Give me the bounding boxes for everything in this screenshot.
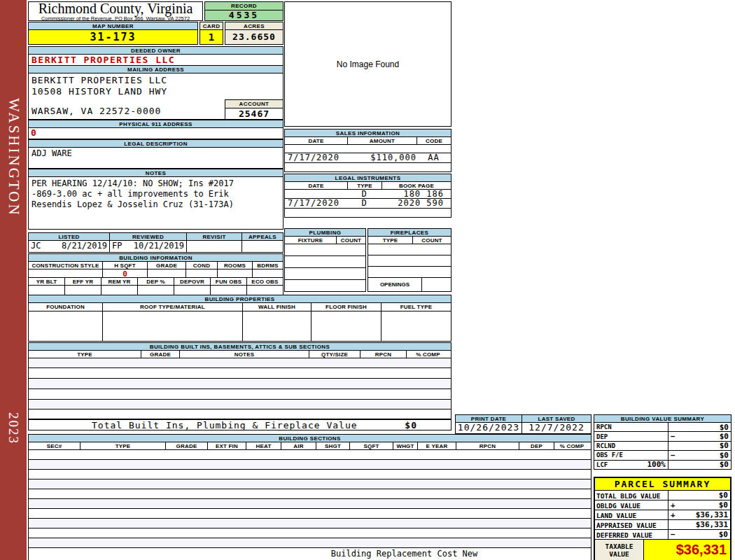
section-row [28, 509, 592, 519]
taxable-label-line2: VALUE [609, 550, 629, 558]
sales-information-header: SALES INFORMATION [284, 129, 451, 137]
hsqft-header: H SQFT [102, 262, 147, 269]
property-photo-placeholder: No Image Found [284, 1, 451, 127]
appeals-value [241, 241, 283, 252]
fuel-type-value [381, 312, 451, 341]
built-ins-total-value: $0 [405, 420, 451, 430]
bvs-value: $0 [720, 432, 729, 441]
sidebar-year-label: 2023 [3, 400, 24, 456]
physical-address-header: PHYSICAL 911 ADDRESS [28, 120, 284, 128]
legal-instruments-section: LEGAL INSTRUMENTS DATE TYPE BOOK PAGE D … [284, 174, 451, 218]
last-saved-header: LAST SAVED [522, 415, 591, 422]
parcel-summary-header: PARCEL SUMMARY [595, 478, 730, 491]
mailing-address-box: BERKITT PROPERTIES LLC 10508 HISTORY LAN… [28, 74, 284, 120]
sales-information-section: SALES INFORMATION DATE AMOUNT CODE 7/17/… [284, 129, 451, 172]
parcel-label: LAND VALUE [595, 510, 668, 519]
sales-code-header: CODE [416, 137, 451, 144]
physical-address-value: 0 [28, 128, 284, 139]
section-row [28, 450, 592, 460]
building-information-section: BUILDING INFORMATION CONSTRUCTION STYLE … [28, 253, 284, 295]
grade-header: GRADE [147, 262, 186, 269]
reviewed-header: REVIEWED [109, 233, 186, 240]
yrblt-header: YR BLT [29, 278, 64, 285]
parcel-value: $36,331 [696, 510, 728, 519]
account-value: 25467 [225, 108, 284, 120]
ecoobs-header: ECO OBS [246, 278, 283, 285]
built-ins-row [28, 389, 451, 400]
map-card-acres: MAP NUMBER 31-173 CARD 1 ACRES 23.6650 [28, 22, 284, 45]
bvs-label: DEP [596, 433, 608, 440]
deeded-owner-value: BERKITT PROPERTIES LLC [28, 55, 284, 66]
fireplace-row [368, 244, 451, 255]
floor-finish-value [311, 312, 381, 341]
bdrms-value [252, 270, 283, 277]
replacement-cost-row: Building Replacement Cost New [28, 548, 592, 560]
bvs-sub: 100% [648, 460, 666, 469]
rooms-value [217, 270, 252, 277]
record-value: 4535 [204, 10, 284, 21]
instrument-date-header: DATE [285, 182, 347, 189]
legal-instruments-header: LEGAL INSTRUMENTS [284, 174, 451, 182]
depovr-header: DEPOVR [174, 278, 210, 285]
bvs-value: $0 [720, 451, 729, 460]
building-properties-header: BUILDING PROPERTIES [28, 295, 451, 303]
section-row [28, 470, 592, 479]
bvs-row: OBS F/E − $0 [594, 451, 732, 460]
bvs-op: − [671, 432, 676, 441]
print-date-value: 10/26/2023 [456, 423, 522, 433]
sale-amount-value: $110,000 [347, 153, 416, 162]
bvs-op: − [671, 451, 676, 460]
mailing-line3: WARSAW, VA 22572-0000 [31, 106, 161, 116]
bvs-label: RPCN [596, 424, 612, 430]
sales-date-header: DATE [285, 137, 347, 144]
built-ins-total-row: Total Built Ins, Plumbing & Fireplace Va… [28, 419, 451, 430]
map-number-header: MAP NUMBER [28, 22, 198, 30]
section-row [28, 489, 592, 499]
parcel-label: OBLDG VALUE [595, 500, 668, 510]
instrument-type-header: TYPE [347, 182, 382, 189]
built-ins-section: BUILDING BUILT INS, BASEMENTS, ATTICS & … [28, 342, 451, 419]
built-ins-rpcn-header: RPCN [360, 351, 406, 358]
building-sections-header: BUILDING SECTIONS [28, 434, 592, 442]
plumbing-row [284, 244, 366, 256]
hsqft-value: 0 [102, 270, 147, 277]
funobs-header: FUN OBS [210, 278, 246, 285]
heat-header: HEAT [246, 442, 281, 449]
remyr-header: REM YR [101, 278, 137, 285]
plumbing-section: PLUMBING FIXTURE COUNT [284, 228, 366, 292]
taxable-value: $36,331 [676, 542, 727, 558]
instrument-date-value: 7/17/2020 [285, 199, 347, 208]
fireplace-row [368, 267, 451, 278]
notes-line1: PER HEARING 12/14/10: NO SHOW; Ins #2017 [31, 178, 283, 189]
plumbing-count-header: COUNT [336, 237, 365, 244]
sec-header: SEC# [29, 442, 80, 449]
fireplaces-header: FIREPLACES [368, 228, 451, 237]
sales-row: 7/17/2020 $110,000 AA [284, 153, 451, 163]
bvs-value: $0 [720, 423, 729, 432]
parcel-row: LAND VALUE + $36,331 [595, 510, 730, 520]
plumbing-row [284, 280, 366, 292]
print-info-section: PRINT DATE LAST SAVED 10/26/2023 12/7/20… [455, 414, 592, 434]
whgt-header: WHGT [393, 442, 417, 449]
foundation-header: FOUNDATION [29, 303, 102, 311]
foundation-value [29, 312, 102, 341]
plumbing-row [284, 268, 366, 280]
bvs-label: LCF [596, 461, 608, 468]
effyr-header: EFF YR [64, 278, 101, 285]
construction-style-header: CONSTRUCTION STYLE [29, 262, 102, 269]
instrument-date-value [285, 190, 347, 198]
bvs-label: OBS F/E [596, 451, 623, 458]
section-row [28, 499, 592, 509]
eyear-header: E YEAR [417, 442, 456, 449]
instrument-bookpage-value: 2020 590 [382, 199, 451, 208]
notes-line2: -869-3.00 ac + all improvements to Erik [31, 189, 283, 200]
type-header: TYPE [80, 442, 165, 449]
parcel-summary-section: PARCEL SUMMARY TOTAL BLDG VALUE $0 OBLDG… [594, 477, 732, 560]
built-ins-notes-header: NOTES [179, 351, 309, 358]
year-district-sidebar: WASHINGTON 2023 [0, 0, 27, 560]
notes-header: NOTES [28, 169, 284, 177]
bvs-label: RCLND [596, 442, 615, 449]
bvs-row: RCLND $0 [594, 442, 732, 451]
parcel-label: DEFERRED VALUE [595, 530, 668, 539]
account-box: ACCOUNT 25467 [225, 99, 284, 120]
